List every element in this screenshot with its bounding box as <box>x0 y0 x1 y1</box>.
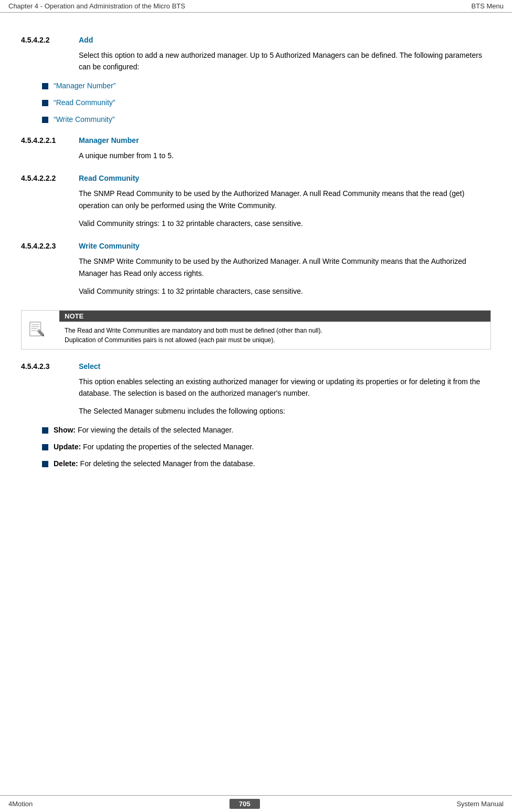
bullet-square-icon <box>42 427 48 434</box>
section-45222-body-1: The SNMP Read Community to be used by th… <box>21 188 491 211</box>
section-4523-text-1: This option enables selecting an existin… <box>79 376 491 399</box>
bullet-show-rest: For viewing the details of the selected … <box>76 426 233 434</box>
bullet-show-text: Show: For viewing the details of the sel… <box>54 426 233 434</box>
section-4523-body-1: This option enables selecting an existin… <box>21 376 491 399</box>
section-4522-body: Select this option to add a new authoriz… <box>21 49 491 73</box>
bullet-update-text: Update: For updating the properties of t… <box>54 443 254 451</box>
section-45223-number: 4.5.4.2.2.3 <box>21 242 68 250</box>
section-4523-body-2: The Selected Manager submenu includes th… <box>21 405 491 417</box>
svg-rect-1 <box>32 324 39 325</box>
footer-page-number: 705 <box>229 799 260 809</box>
section-45221-body: A unique number from 1 to 5. <box>21 150 491 161</box>
note-header-label: NOTE <box>59 311 490 322</box>
section-45221-text: A unique number from 1 to 5. <box>79 150 491 161</box>
bullet-read-community: “Read Community” <box>21 98 491 107</box>
note-line-2: Duplication of Communities pairs is not … <box>65 336 275 344</box>
bullet-delete: Delete: For deleting the selected Manage… <box>21 459 491 468</box>
section-45221-heading: 4.5.4.2.2.1 Manager Number <box>21 136 491 145</box>
bullet-write-community: “Write Community” <box>21 115 491 124</box>
section-4523-text-2: The Selected Manager submenu includes th… <box>79 405 491 417</box>
page-header: Chapter 4 - Operation and Administration… <box>0 0 512 13</box>
section-4522-title: Add <box>79 36 93 44</box>
bullet-square-icon <box>42 117 48 123</box>
section-4523-bullets: Show: For viewing the details of the sel… <box>21 426 491 468</box>
section-45222-title: Read Community <box>79 174 139 182</box>
note-line-1: The Read and Write Communities are manda… <box>65 327 322 334</box>
bullet-update-bold: Update: <box>54 443 81 451</box>
section-45223-body-2: Valid Community strings: 1 to 32 printab… <box>21 285 491 297</box>
footer-manual-title: System Manual <box>456 800 504 808</box>
header-chapter-title: Chapter 4 - Operation and Administration… <box>8 2 185 10</box>
section-45223-body-1: The SNMP Write Community to be used by t… <box>21 255 491 279</box>
bullet-delete-text: Delete: For deleting the selected Manage… <box>54 459 255 468</box>
svg-rect-2 <box>32 326 39 327</box>
svg-rect-3 <box>32 328 37 329</box>
section-4523-number: 4.5.4.2.3 <box>21 362 68 371</box>
note-icon-area <box>22 311 51 349</box>
bullet-read-community-text: “Read Community” <box>54 98 115 107</box>
page-footer: 4Motion 705 System Manual <box>0 795 512 812</box>
section-4523-title: Select <box>79 362 100 371</box>
bullet-square-icon <box>42 461 48 467</box>
note-icon <box>27 320 46 340</box>
section-4522-heading: 4.5.4.2.2 Add <box>21 36 491 44</box>
bullet-update: Update: For updating the properties of t… <box>21 443 491 451</box>
main-content: 4.5.4.2.2 Add Select this option to add … <box>0 13 512 508</box>
section-45222-heading: 4.5.4.2.2.2 Read Community <box>21 174 491 182</box>
header-section-title: BTS Menu <box>472 2 504 10</box>
section-4523-heading: 4.5.4.2.3 Select <box>21 362 491 371</box>
section-45222-body-2: Valid Community strings: 1 to 32 printab… <box>21 218 491 229</box>
section-45223-heading: 4.5.4.2.2.3 Write Community <box>21 242 491 250</box>
section-45223-title: Write Community <box>79 242 140 250</box>
bullet-square-icon <box>42 83 48 89</box>
footer-brand: 4Motion <box>8 800 33 808</box>
bullet-delete-bold: Delete: <box>54 459 78 468</box>
bullet-show: Show: For viewing the details of the sel… <box>21 426 491 434</box>
section-45222-text-1: The SNMP Read Community to be used by th… <box>79 188 491 211</box>
section-45222-text-2: Valid Community strings: 1 to 32 printab… <box>79 218 491 229</box>
note-body-text: The Read and Write Communities are manda… <box>59 322 490 349</box>
section-4522-text: Select this option to add a new authoriz… <box>79 49 491 73</box>
note-box: NOTE The Read and Write Communities are … <box>21 310 491 350</box>
section-45221-title: Manager Number <box>79 136 139 145</box>
bullet-delete-rest: For deleting the selected Manager from t… <box>78 459 255 468</box>
section-45221-number: 4.5.4.2.2.1 <box>21 136 68 145</box>
section-45222-number: 4.5.4.2.2.2 <box>21 174 68 182</box>
note-content: NOTE The Read and Write Communities are … <box>59 311 490 349</box>
bullet-square-icon <box>42 444 48 450</box>
bullet-manager-number-text: “Manager Number” <box>54 81 116 90</box>
section-4522-bullets: “Manager Number” “Read Community” “Write… <box>21 81 491 124</box>
section-45223-text-1: The SNMP Write Community to be used by t… <box>79 255 491 279</box>
svg-rect-4 <box>32 330 36 331</box>
bullet-update-rest: For updating the properties of the selec… <box>81 443 254 451</box>
section-4522-number: 4.5.4.2.2 <box>21 36 68 44</box>
bullet-manager-number: “Manager Number” <box>21 81 491 90</box>
bullet-show-bold: Show: <box>54 426 76 434</box>
section-45223-text-2: Valid Community strings: 1 to 32 printab… <box>79 285 491 297</box>
bullet-square-icon <box>42 100 48 106</box>
bullet-write-community-text: “Write Community” <box>54 115 114 124</box>
